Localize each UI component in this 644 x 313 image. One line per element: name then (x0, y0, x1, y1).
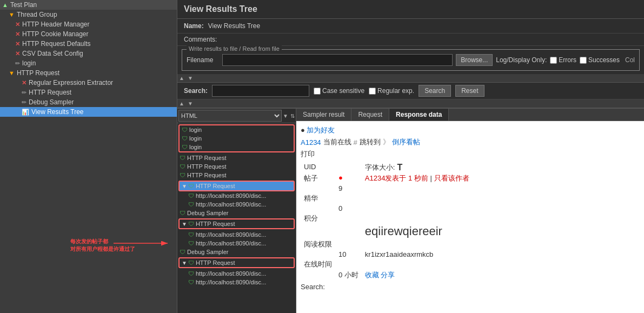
regular-exp-checkbox[interactable] (369, 88, 376, 95)
pencil-icon-2: ✏ (22, 89, 26, 96)
tree-item-debug1[interactable]: 🛡 Debug Sampler (177, 209, 296, 217)
sort-icon: ⇅ (290, 113, 295, 119)
tree-item-http3[interactable]: 🛡 HTTP Request (177, 171, 296, 179)
val0a-row: 0 (301, 204, 473, 213)
browse-button[interactable]: Browse... (456, 54, 493, 66)
up-arrow-icon[interactable]: ▲ (177, 75, 186, 81)
expand-triangle-icon-3: ▼ (182, 260, 187, 266)
tree-item-http4[interactable]: ▼ 🛡 HTTP Request (180, 219, 294, 228)
filename-input[interactable] (222, 54, 453, 66)
tree-item-login3[interactable]: 🛡 login (180, 143, 294, 151)
format-select[interactable]: HTML (178, 110, 282, 122)
view-author-link[interactable]: 只看该作者 (434, 174, 469, 182)
sidebar-label-debug: Debug Sampler (29, 98, 74, 106)
tree-label-sub2: http://localhost:8090/disc... (196, 201, 266, 208)
up-arrow-icon-2[interactable]: ▲ (177, 101, 186, 106)
down-arrow-icon-2[interactable]: ▼ (186, 101, 195, 106)
search-button[interactable]: Search (419, 85, 451, 97)
big-text: eqiirewqiereeir (362, 224, 473, 239)
tab-sampler[interactable]: Sampler result (296, 109, 351, 121)
share-link[interactable]: 分享 (381, 271, 395, 279)
sidebar-label-http-cookie: HTTP Cookie Manager (22, 30, 89, 38)
sidebar-item-regex[interactable]: ✕ Regular Expression Extractor (0, 78, 177, 88)
errors-checkbox[interactable] (550, 57, 557, 64)
x-icon-2: ✕ (15, 31, 20, 38)
tree-item-sub5[interactable]: 🛡 http://localhost:8090/disc... (177, 269, 296, 278)
sidebar-item-http-request-defaults[interactable]: ✕ HTTP Request Defaults (0, 39, 177, 49)
collect-link[interactable]: 收藏 (365, 271, 379, 279)
down-arrow-icon[interactable]: ▼ (186, 75, 195, 81)
a1234-link[interactable]: A1234 (301, 138, 321, 146)
tree-scroll[interactable]: 🛡 login 🛡 login 🛡 login 🛡 (177, 123, 296, 313)
results-icon: 📊 (22, 109, 29, 116)
sidebar-item-http-header[interactable]: ✕ HTTP Header Manager (0, 19, 177, 29)
successes-checkbox-label[interactable]: Successes (580, 56, 620, 64)
tree-item-debug2[interactable]: 🛡 Debug Sampler (177, 248, 296, 256)
sidebar-item-login[interactable]: ✏ login (0, 58, 177, 68)
tree-item-http2[interactable]: 🛡 HTTP Request (177, 162, 296, 171)
sidebar-item-http-cookie[interactable]: ✕ HTTP Cookie Manager (0, 29, 177, 39)
sidebar-label-csv: CSV Data Set Config (22, 50, 83, 57)
x-icon: ✕ (15, 21, 20, 28)
case-sensitive-label[interactable]: Case sensitive (314, 87, 364, 95)
shield-icon-12: 🛡 (188, 231, 194, 238)
tree-label-login1: login (189, 126, 202, 133)
post-author-link[interactable]: A1234发表于 1 秒前 (365, 174, 428, 182)
tree-item-http1[interactable]: 🛡 HTTP Request (177, 154, 296, 162)
sidebar-item-test-plan[interactable]: ▲ Test Plan (0, 0, 177, 10)
arrow-text: 》 (383, 137, 390, 147)
tab-request[interactable]: Request (351, 109, 389, 121)
tree-item-sub4[interactable]: 🛡 http://localhost:8090/disc... (177, 239, 296, 248)
x-icon-3: ✕ (15, 41, 20, 48)
regular-exp-label[interactable]: Regular exp. (369, 87, 414, 95)
shield-icon-5: 🛡 (180, 163, 185, 170)
val9-text: 9 (335, 184, 362, 193)
case-sensitive-checkbox[interactable] (314, 88, 321, 95)
points-row: 积分 (301, 213, 473, 224)
sidebar-item-csv[interactable]: ✕ CSV Data Set Config (0, 49, 177, 58)
shield-icon-8: 🛡 (188, 192, 194, 199)
tree-item-sub1[interactable]: 🛡 http://localhost:8090/disc... (177, 191, 296, 200)
tree-item-http5[interactable]: ▼ 🛡 HTTP Request (180, 258, 294, 267)
read-limit-label: 阅读权限 (301, 239, 335, 250)
reset-button[interactable]: Reset (455, 85, 484, 97)
sidebar-label-http-request-2: HTTP Request (29, 89, 71, 96)
expand-triangle-icon-2: ▼ (182, 221, 187, 227)
font-size-text: 字体大小: (365, 163, 395, 172)
name-label: Name: (184, 22, 204, 30)
points-label: 积分 (301, 213, 335, 224)
sidebar-item-thread-group[interactable]: ▼ Thread Group (0, 10, 177, 19)
panel-title: View Results Tree (177, 0, 644, 19)
shield-icon-9: 🛡 (188, 201, 194, 208)
comments-row: Comments: (177, 34, 644, 46)
tree-item-sub3[interactable]: 🛡 http://localhost:8090/disc... (177, 230, 296, 239)
triangle-down-icon-2: ▼ (9, 70, 15, 76)
detail-content: ● 加为好友 A1234 当前在线 # 跳转到 》 倒序看帖 打印 (296, 121, 644, 313)
tree-item-login2[interactable]: 🛡 login (180, 134, 294, 143)
expand-triangle-icon: ▼ (182, 183, 187, 189)
sidebar-item-debug[interactable]: ✏ Debug Sampler (0, 97, 177, 107)
x-icon-5: ✕ (22, 79, 26, 86)
search-input[interactable] (212, 85, 309, 97)
back-view-link[interactable]: 倒序看帖 (392, 137, 420, 147)
shield-icon-6: 🛡 (180, 172, 185, 178)
sidebar-label-regex: Regular Expression Extractor (29, 79, 113, 86)
tree-panel: HTML ▼ ⇅ 🛡 login 🛡 login (177, 109, 296, 313)
add-friend-link[interactable]: 加为好友 (307, 126, 335, 134)
right-panel: View Results Tree Name: View Results Tre… (177, 0, 644, 313)
tab-response[interactable]: Response data (389, 109, 449, 121)
tree-item-http-sel[interactable]: ▼ 🛡 HTTP Request (180, 182, 294, 190)
tree-item-login1[interactable]: 🛡 login (180, 125, 294, 134)
successes-checkbox[interactable] (580, 57, 587, 64)
hash-icon: # (354, 138, 357, 146)
sidebar-item-http-request-2[interactable]: ✏ HTTP Request (0, 88, 177, 97)
shield-icon-7: 🛡 (188, 183, 194, 189)
tree-item-sub6[interactable]: 🛡 http://localhost:8090/disc... (177, 278, 296, 287)
x-icon-4: ✕ (15, 50, 20, 57)
tree-item-sub2[interactable]: 🛡 http://localhost:8090/disc... (177, 200, 296, 209)
successes-label: Successes (588, 56, 620, 64)
read-limit-row: 阅读权限 (301, 239, 473, 250)
sidebar-item-view-results[interactable]: 📊 View Results Tree (0, 107, 177, 117)
errors-checkbox-label[interactable]: Errors (550, 56, 576, 64)
sidebar-item-http-request-parent[interactable]: ▼ HTTP Request (0, 68, 177, 78)
